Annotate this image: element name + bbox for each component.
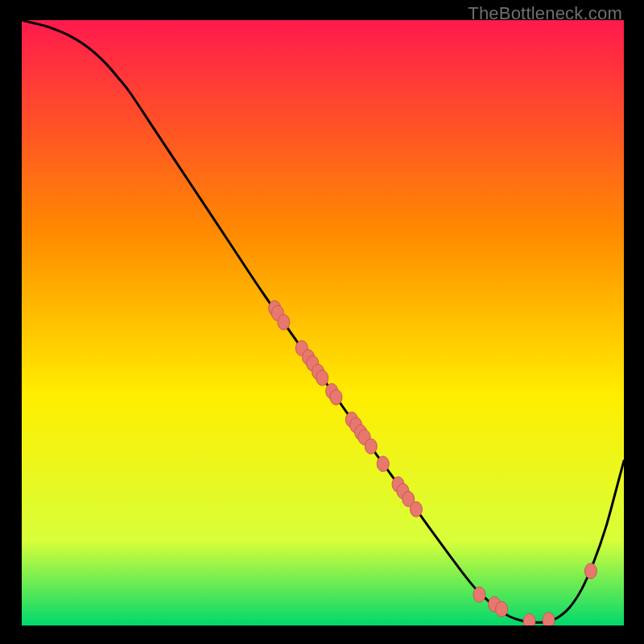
data-dot: [316, 370, 328, 386]
data-dot: [584, 564, 597, 579]
data-dot: [377, 456, 389, 472]
plot-svg: [22, 20, 624, 625]
data-dot: [410, 502, 422, 517]
data-dot: [473, 587, 485, 602]
data-dot: [523, 613, 535, 625]
chart-frame: TheBottleneck.com: [0, 0, 644, 644]
data-dot: [543, 613, 555, 625]
plot-area: [22, 20, 624, 625]
gradient-background: [22, 20, 624, 625]
data-dot: [278, 315, 290, 330]
data-dot: [330, 390, 342, 405]
data-dot: [496, 601, 508, 617]
data-dot: [365, 439, 377, 454]
watermark-text: TheBottleneck.com: [468, 3, 622, 24]
